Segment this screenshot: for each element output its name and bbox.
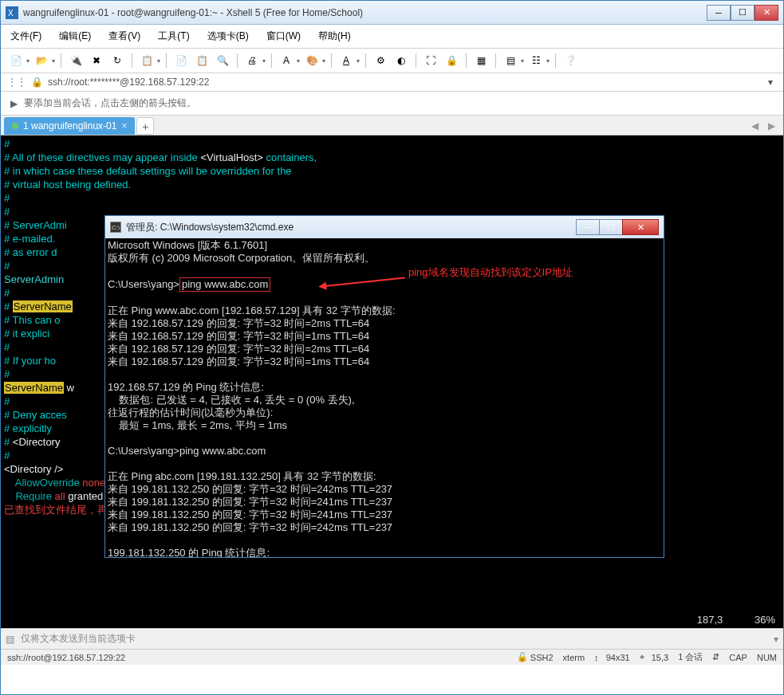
tab-session-1[interactable]: 1 wangruifenglinux-01 × [4, 117, 135, 135]
reconnect-icon[interactable]: ↻ [108, 52, 126, 69]
compose-dropdown[interactable]: ▾ [774, 634, 778, 645]
cmd-maximize-button[interactable]: ☐ [599, 219, 623, 235]
infobar: ▶ 要添加当前会话，点击左侧的箭头按钮。 [1, 92, 783, 116]
help-icon[interactable]: ❔ [561, 52, 579, 69]
cmd-title-text: 管理员: C:\Windows\system32\cmd.exe [126, 221, 577, 234]
size-icon: ↕ [594, 653, 599, 662]
window-title: wangruifenglinux-01 - root@wangruifeng-0… [23, 7, 707, 18]
address-url[interactable]: ssh://root:********@192.168.57.129:22 [48, 77, 759, 88]
status-connection: ssh://root@192.168.57.129:22 [7, 653, 125, 662]
status-protocol: SSH2 [530, 653, 554, 662]
menu-tools[interactable]: 工具(T) [155, 28, 192, 45]
tab-close-icon[interactable]: × [121, 120, 127, 132]
sessions-nav[interactable]: ⇵ [712, 652, 719, 662]
disconnect-icon[interactable]: ✖ [88, 52, 105, 69]
menu-tabs[interactable]: 选项卡(B) [204, 28, 252, 45]
addressbar: ⋮⋮ 🔒 ssh://root:********@192.168.57.129:… [1, 73, 783, 92]
highlight-icon[interactable]: A [337, 52, 355, 69]
menu-window[interactable]: 窗口(W) [263, 28, 304, 45]
titlebar[interactable]: X wangruifenglinux-01 - root@wangruifeng… [1, 1, 783, 25]
close-button[interactable]: ✕ [754, 5, 778, 21]
tile-icon[interactable]: ▤ [502, 52, 519, 69]
tab-label: 1 wangruifenglinux-01 [23, 120, 116, 132]
status-num: NUM [757, 653, 777, 662]
minimize-button[interactable]: ─ [707, 5, 731, 21]
status-sessions: 1 会话 [678, 651, 703, 663]
address-dropdown[interactable]: ▾ [764, 77, 777, 88]
tab-prev-icon[interactable]: ◀ [747, 120, 763, 132]
tabbar: 1 wangruifenglinux-01 × + ◀ ▶ [1, 116, 783, 135]
open-icon[interactable]: 📂 [33, 52, 50, 69]
tab-next-icon[interactable]: ▶ [763, 120, 780, 132]
script-icon[interactable]: ⚙ [372, 52, 389, 69]
color-icon[interactable]: 🎨 [303, 52, 321, 69]
find-icon[interactable]: 🔍 [214, 52, 231, 69]
copy-icon[interactable]: 📄 [172, 52, 190, 69]
status-cap: CAP [729, 653, 747, 662]
transparent-icon[interactable]: ▦ [472, 52, 490, 69]
ping-highlight: ping www.abc.com [179, 277, 270, 292]
compose-icon[interactable]: ▤ [6, 634, 14, 645]
lock-icon[interactable]: 🔒 [443, 52, 460, 69]
lock-closed-icon: 🔒 [31, 77, 43, 88]
toolbar: 📄▾ 📂▾ 🔌 ✖ ↻ 📋▾ 📄 📋 🔍 🖨▾ A▾ 🎨▾ A▾ ⚙ ◐ ⛶ 🔒… [1, 49, 783, 73]
font-icon[interactable]: A [278, 52, 295, 69]
properties-icon[interactable]: 📋 [138, 52, 156, 69]
menu-help[interactable]: 帮助(H) [315, 28, 354, 45]
connection-status-icon [12, 123, 18, 129]
cmd-close-button[interactable]: ✕ [622, 219, 659, 235]
app-icon: X [6, 6, 18, 19]
statusbar: ssh://root@192.168.57.129:22 🔓SSH2 xterm… [1, 649, 783, 665]
print-icon[interactable]: 🖨 [243, 52, 261, 69]
menubar: 文件(F) 编辑(E) 查看(V) 工具(T) 选项卡(B) 窗口(W) 帮助(… [1, 25, 783, 49]
maximize-button[interactable]: ☐ [731, 5, 754, 21]
menu-file[interactable]: 文件(F) [7, 28, 45, 45]
fullscreen-icon[interactable]: ⛶ [422, 52, 439, 69]
status-cursor: 15,3 [652, 653, 668, 662]
cascade-icon[interactable]: ☷ [527, 52, 545, 69]
tab-add-button[interactable]: + [136, 117, 154, 135]
terminal-view[interactable]: # # All of these directives may appear i… [1, 135, 783, 628]
cmd-minimize-button[interactable]: ─ [576, 219, 600, 235]
compose-bar: ▤ 仅将文本发送到当前选项卡 ▾ [1, 628, 783, 649]
xagent-icon[interactable]: ◐ [392, 52, 410, 69]
new-session-icon[interactable]: 📄 [7, 52, 25, 69]
menu-view[interactable]: 查看(V) [105, 28, 144, 45]
addressbar-grip[interactable]: ⋮⋮ [7, 77, 26, 88]
cursor-icon: ⌖ [640, 652, 644, 662]
connect-icon[interactable]: 🔌 [67, 52, 85, 69]
cmd-window[interactable]: C:\ 管理员: C:\Windows\system32\cmd.exe ─ ☐… [104, 215, 664, 558]
cmd-icon: C:\ [110, 222, 121, 233]
annotation-text: ping域名发现自动找到该定义IP地址 [408, 265, 573, 279]
lock-open-icon: 🔓 [517, 652, 528, 662]
main-window: X wangruifenglinux-01 - root@wangruifeng… [0, 0, 784, 695]
cmd-output[interactable]: Microsoft Windows [版本 6.1.7601] 版权所有 (c)… [105, 238, 664, 557]
menu-edit[interactable]: 编辑(E) [56, 28, 94, 45]
cmd-titlebar[interactable]: C:\ 管理员: C:\Windows\system32\cmd.exe ─ ☐… [105, 216, 664, 238]
arrow-right-icon[interactable]: ▶ [10, 98, 18, 109]
paste-icon[interactable]: 📋 [193, 52, 211, 69]
compose-input[interactable]: 仅将文本发送到当前选项卡 [19, 630, 769, 647]
status-wh: 94x31 [606, 653, 630, 662]
infobar-text: 要添加当前会话，点击左侧的箭头按钮。 [24, 96, 196, 110]
vim-status: 187,3 36% [697, 613, 775, 626]
svg-text:X: X [8, 9, 14, 18]
status-term: xterm [563, 653, 585, 662]
